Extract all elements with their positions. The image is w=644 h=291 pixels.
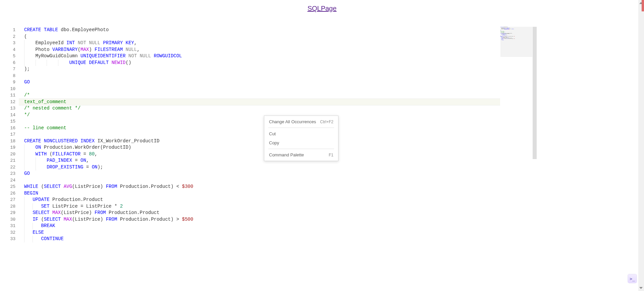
code-line[interactable]: GO — [19, 170, 532, 177]
code-line[interactable]: WHILE (SELECT AVG(ListPrice) FROM Produc… — [19, 184, 532, 190]
code-line[interactable] — [19, 86, 532, 92]
code-token: BREAK — [41, 223, 55, 228]
code-token: ON — [80, 158, 86, 163]
code-line[interactable]: text_of_comment — [19, 98, 532, 106]
line-number: 16 — [0, 125, 19, 132]
code-line[interactable]: UNIQUE DEFAULT NEWID() — [19, 60, 532, 66]
code-token: ( — [50, 151, 52, 157]
line-number: 12 — [0, 99, 19, 105]
code-line[interactable]: UPDATE Production.Product — [19, 197, 532, 203]
context-menu-label: Copy — [269, 140, 279, 145]
scroll-down-icon[interactable] — [639, 287, 643, 289]
editor-wrapper: 1234567891011121314151617181920212223242… — [0, 16, 644, 291]
code-token: Production.WorkOrder(ProductID) — [44, 145, 131, 150]
editor-scrollbar-thumb[interactable] — [533, 27, 537, 159]
code-line[interactable]: IF (SELECT MAX(ListPrice) FROM Productio… — [19, 216, 532, 223]
code-token: ON — [36, 145, 44, 150]
code-token: DROP_EXISTING — [47, 164, 83, 170]
code-token: */ — [24, 112, 30, 118]
code-token — [36, 164, 47, 171]
code-token: Production.Product) < — [120, 184, 182, 189]
code-token: MyRowGuidColumn — [36, 53, 80, 59]
context-menu-shortcut: Ctrl+F2 — [320, 120, 333, 124]
line-number: 2 — [0, 33, 19, 40]
code-line[interactable] — [19, 73, 532, 79]
code-token: $500 — [182, 217, 194, 222]
code-line[interactable]: MyRowGuidColumn UNIQUEIDENTIFIER NOT NUL… — [19, 53, 532, 60]
context-menu-item[interactable]: Cut — [264, 129, 338, 138]
code-token — [36, 157, 47, 164]
code-line[interactable]: SET ListPrice = ListPrice * 2 — [19, 203, 532, 210]
code-token — [24, 210, 33, 216]
minimap-viewport[interactable] — [500, 27, 532, 57]
code-token — [24, 151, 36, 158]
line-number-gutter: 1234567891011121314151617181920212223242… — [0, 16, 19, 291]
code-line[interactable]: ); — [19, 66, 532, 73]
code-token: (ListPrice) — [72, 217, 106, 222]
code-token: ( — [24, 34, 27, 39]
code-line[interactable]: EmployeeId INT NOT NULL PRIMARY KEY, — [19, 40, 532, 47]
context-menu-separator — [268, 149, 334, 149]
code-token — [33, 236, 41, 242]
code-line[interactable]: /* nested comment */ — [19, 105, 532, 112]
code-token: PRIMARY KEY — [103, 40, 134, 46]
code-token: ON — [92, 164, 98, 170]
code-line[interactable]: GO — [19, 79, 532, 86]
code-token: NULL — [126, 47, 137, 52]
line-number: 20 — [0, 151, 19, 158]
line-number: 23 — [0, 170, 19, 177]
code-token: UNIQUE — [69, 60, 89, 65]
code-line[interactable]: BEGIN — [19, 190, 532, 197]
line-number: 31 — [0, 223, 19, 229]
code-line[interactable] — [19, 177, 532, 184]
code-token: NEWID — [111, 60, 125, 65]
code-token: IF — [33, 217, 41, 222]
line-number: 9 — [0, 79, 19, 86]
code-token: WHILE — [24, 184, 41, 189]
code-token: SELECT — [44, 217, 64, 222]
code-token — [33, 203, 41, 210]
context-menu-separator — [268, 128, 334, 128]
code-token: MAX — [52, 210, 61, 215]
code-line[interactable]: Photo VARBINARY(MAX) FILESTREAM NULL, — [19, 47, 532, 53]
code-line[interactable]: /* — [19, 92, 532, 99]
code-line[interactable]: SELECT MAX(ListPrice) FROM Production.Pr… — [19, 210, 532, 216]
code-token: ); — [97, 164, 103, 170]
code-token: text_of_comment — [24, 99, 66, 104]
code-token — [24, 157, 36, 164]
minimap[interactable]: CREATE TABLE dbo.EmployeePhoto( Employee… — [500, 27, 532, 291]
code-token: SELECT — [44, 184, 64, 189]
line-number: 33 — [0, 236, 19, 242]
code-line[interactable]: CONTINUE — [19, 236, 532, 242]
code-token: FROM — [95, 210, 109, 215]
line-number: 10 — [0, 86, 19, 92]
line-number: 3 — [0, 40, 19, 47]
code-line[interactable]: ELSE — [19, 229, 532, 236]
code-line[interactable]: ( — [19, 33, 532, 40]
code-token — [33, 223, 41, 229]
context-menu-item[interactable]: Command PaletteF1 — [264, 150, 338, 159]
code-token: ( — [41, 184, 44, 189]
terminal-icon: >_ — [630, 276, 635, 281]
code-token: NOT NULL — [78, 40, 103, 46]
code-token — [24, 203, 33, 210]
context-menu-item[interactable]: Change All OccurrencesCtrl+F2 — [264, 117, 338, 126]
code-line[interactable]: BREAK — [19, 223, 532, 229]
line-number: 30 — [0, 216, 19, 223]
code-token: SELECT — [33, 210, 52, 215]
context-menu-item[interactable]: Copy — [264, 138, 338, 147]
code-token: MAX — [80, 47, 89, 52]
code-token: ( — [41, 217, 44, 222]
code-token: UPDATE — [33, 197, 52, 202]
code-token — [24, 223, 33, 229]
code-token: Production.Product — [52, 197, 103, 202]
code-token — [24, 60, 36, 66]
code-line[interactable]: DROP_EXISTING = ON); — [19, 164, 532, 171]
header-link[interactable]: SQLPage — [308, 5, 337, 12]
code-line[interactable]: CREATE TABLE dbo.EmployeePhoto — [19, 27, 532, 33]
page-vertical-scrollbar[interactable] — [638, 0, 644, 291]
terminal-toggle-button[interactable]: >_ — [628, 274, 637, 283]
code-token: MAX — [64, 217, 72, 222]
overview-ruler-marker — [642, 0, 644, 11]
code-token: ) — [89, 47, 95, 52]
